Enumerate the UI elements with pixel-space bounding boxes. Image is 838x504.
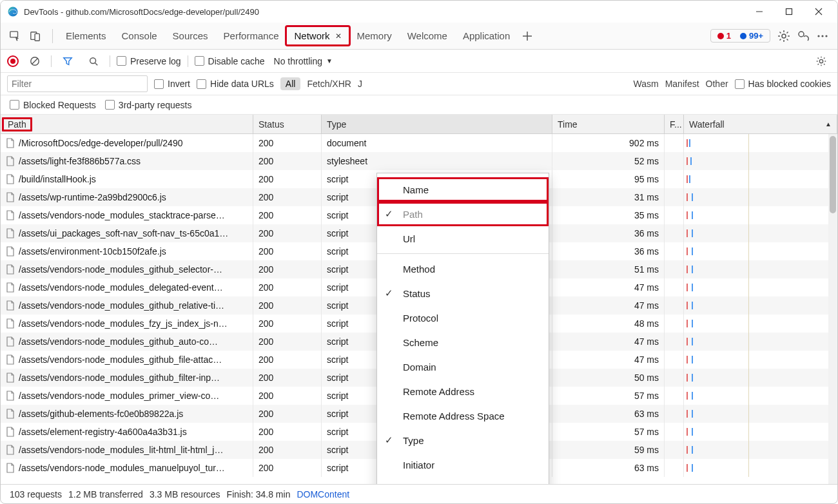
cell-waterfall <box>684 369 837 387</box>
feedback-icon[interactable] <box>794 26 813 46</box>
ctx-item-path[interactable]: ✓Path <box>377 202 549 226</box>
svg-rect-5 <box>10 31 18 37</box>
check-icon: ✓ <box>385 208 393 220</box>
cell-f <box>665 206 684 224</box>
ctx-item-remote-address-space[interactable]: Remote Address Space <box>377 403 549 428</box>
cell-path: /assets/light-fe3f886b577a.css <box>1 152 253 170</box>
cell-path: /assets/vendors-node_modules_github_sele… <box>1 260 253 278</box>
cell-status: 200 <box>253 206 322 224</box>
tab-elements[interactable]: Elements <box>58 26 114 45</box>
col-status[interactable]: Status <box>253 115 322 133</box>
cell-waterfall <box>684 315 837 333</box>
filter-fetchxhr[interactable]: Fetch/XHR <box>307 79 351 89</box>
col-type[interactable]: Type <box>322 115 552 133</box>
ctx-item-name[interactable]: Name <box>377 177 549 202</box>
ctx-item-scheme[interactable]: Scheme <box>377 330 549 354</box>
more-icon[interactable] <box>813 26 832 46</box>
cell-waterfall <box>684 188 837 206</box>
tab-network[interactable]: Network ✕ <box>286 26 349 45</box>
tab-memory[interactable]: Memory <box>349 26 400 45</box>
clear-button[interactable] <box>25 52 44 71</box>
ctx-item-domain[interactable]: Domain <box>377 354 549 379</box>
tab-strip: Elements Console Sources Performance Net… <box>1 23 837 50</box>
inspect-element-icon[interactable] <box>6 27 24 45</box>
filter-icon[interactable] <box>58 52 77 71</box>
table-row[interactable]: /assets/light-fe3f886b577a.css200stylesh… <box>1 152 837 170</box>
disable-cache-checkbox[interactable]: Disable cache <box>195 56 265 66</box>
network-settings-icon[interactable] <box>812 52 831 71</box>
ctx-item-type[interactable]: ✓Type <box>377 428 549 452</box>
tab-welcome[interactable]: Welcome <box>400 26 455 45</box>
device-toggle-icon[interactable] <box>26 27 44 45</box>
blocked-requests-checkbox[interactable]: Blocked Requests <box>10 100 96 110</box>
tab-application[interactable]: Application <box>455 26 518 45</box>
col-f[interactable]: F... <box>665 115 684 133</box>
filter-input[interactable] <box>7 75 148 92</box>
tab-sources[interactable]: Sources <box>165 26 216 45</box>
error-dot-icon <box>717 33 724 39</box>
ctx-item-status[interactable]: ✓Status <box>377 281 549 305</box>
invert-checkbox[interactable]: Invert <box>154 79 190 89</box>
cell-waterfall <box>684 333 837 351</box>
filter-all[interactable]: All <box>280 77 301 90</box>
table-row[interactable]: /MicrosoftDocs/edge-developer/pull/24902… <box>1 134 837 152</box>
cell-f <box>665 459 684 477</box>
cell-path: /assets/vendors-node_modules_primer_view… <box>1 387 253 405</box>
tab-console[interactable]: Console <box>114 26 165 45</box>
filter-manifest[interactable]: Manifest <box>665 79 699 89</box>
cell-status: 200 <box>253 152 322 170</box>
settings-icon[interactable] <box>774 26 794 46</box>
record-button[interactable] <box>7 55 19 67</box>
cell-waterfall <box>684 296 837 315</box>
ctx-item-initiator-address-space[interactable]: Initiator Address Space <box>377 477 549 484</box>
status-bar: 103 requests 1.2 MB transferred 3.3 MB r… <box>1 484 837 503</box>
title-bar: DevTools - github.com/MicrosoftDocs/edge… <box>1 1 837 23</box>
cell-path: /assets/vendors-node_modules_manuelpuyol… <box>1 459 253 477</box>
add-tab-button[interactable] <box>518 26 537 46</box>
svg-line-16 <box>32 58 38 64</box>
sort-desc-icon: ▲ <box>825 121 832 128</box>
status-finish: Finish: 34.8 min <box>227 489 291 499</box>
has-blocked-cookies-checkbox[interactable]: Has blocked cookies <box>735 79 831 89</box>
ctx-item-remote-address[interactable]: Remote Address <box>377 379 549 403</box>
cell-time: 31 ms <box>552 188 665 206</box>
filter-row: Invert Hide data URLs All Fetch/XHR J Wa… <box>1 73 837 95</box>
cell-status: 200 <box>253 315 322 333</box>
cell-time: 51 ms <box>552 260 665 278</box>
tab-performance[interactable]: Performance <box>216 26 287 45</box>
cell-path: /assets/vendors-node_modules_github_filt… <box>1 369 253 387</box>
col-time[interactable]: Time <box>552 115 665 133</box>
ctx-item-url[interactable]: Url <box>377 226 549 251</box>
col-waterfall[interactable]: Waterfall▲ <box>684 115 837 133</box>
search-icon[interactable] <box>84 52 103 71</box>
col-path[interactable]: Path <box>1 115 253 133</box>
cell-waterfall <box>684 278 837 296</box>
error-count: 1 <box>726 31 731 41</box>
throttling-select[interactable]: No throttling▼ <box>271 55 335 68</box>
minimize-button[interactable] <box>745 2 774 21</box>
vertical-scrollbar[interactable] <box>828 134 837 484</box>
svg-point-12 <box>817 35 819 37</box>
maximize-button[interactable] <box>774 2 804 21</box>
cell-path: /assets/vendors-node_modules_stacktrace-… <box>1 206 253 224</box>
ctx-item-protocol[interactable]: Protocol <box>377 305 549 330</box>
preserve-log-checkbox[interactable]: Preserve log <box>117 56 181 66</box>
cell-time: 47 ms <box>552 278 665 296</box>
cell-time: 95 ms <box>552 170 665 188</box>
cell-time: 57 ms <box>552 387 665 405</box>
cell-time: 63 ms <box>552 459 665 477</box>
filter-other[interactable]: Other <box>706 79 728 89</box>
cell-waterfall <box>684 224 837 242</box>
ctx-item-initiator[interactable]: Initiator <box>377 452 549 477</box>
filter-wasm[interactable]: Wasm <box>634 79 659 89</box>
issues-badge[interactable]: 1 99+ <box>710 29 770 43</box>
svg-point-10 <box>782 34 786 38</box>
close-icon[interactable]: ✕ <box>335 32 342 41</box>
ctx-item-method[interactable]: Method <box>377 257 549 281</box>
close-window-button[interactable] <box>804 2 833 21</box>
hide-data-urls-checkbox[interactable]: Hide data URLs <box>197 79 274 89</box>
status-transferred: 1.2 MB transferred <box>68 489 143 499</box>
third-party-checkbox[interactable]: 3rd-party requests <box>105 100 192 110</box>
filter-js-trunc[interactable]: J <box>358 79 362 89</box>
ctx-separator <box>377 253 549 254</box>
